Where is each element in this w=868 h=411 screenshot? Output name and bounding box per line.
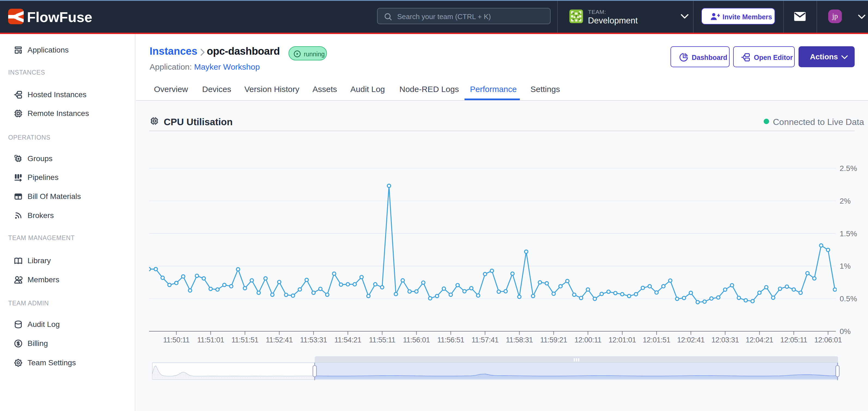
svg-text:12:00:11: 12:00:11 bbox=[575, 336, 601, 344]
svg-text:11:56:51: 11:56:51 bbox=[437, 336, 464, 344]
svg-text:11:59:21: 11:59:21 bbox=[540, 336, 567, 344]
svg-text:12:03:31: 12:03:31 bbox=[711, 336, 739, 344]
svg-text:11:54:21: 11:54:21 bbox=[334, 336, 361, 344]
svg-text:12:05:11: 12:05:11 bbox=[780, 336, 807, 344]
svg-text:12:04:21: 12:04:21 bbox=[746, 336, 773, 344]
svg-text:12:01:01: 12:01:01 bbox=[608, 336, 636, 344]
svg-text:12:02:41: 12:02:41 bbox=[677, 336, 705, 344]
svg-text:11:50:11: 11:50:11 bbox=[163, 336, 190, 344]
svg-text:2.5%: 2.5% bbox=[840, 164, 857, 173]
svg-text:12:06:01: 12:06:01 bbox=[814, 336, 842, 344]
svg-text:11:53:31: 11:53:31 bbox=[300, 336, 327, 344]
svg-text:12:01:51: 12:01:51 bbox=[643, 336, 670, 344]
svg-text:1.5%: 1.5% bbox=[840, 230, 857, 238]
svg-text:11:56:01: 11:56:01 bbox=[403, 336, 430, 344]
svg-text:1%: 1% bbox=[840, 262, 850, 270]
svg-text:11:57:41: 11:57:41 bbox=[472, 336, 499, 344]
svg-text:11:51:51: 11:51:51 bbox=[231, 336, 258, 344]
svg-text:0.5%: 0.5% bbox=[840, 295, 857, 303]
svg-text:11:58:31: 11:58:31 bbox=[506, 336, 533, 344]
svg-text:11:52:41: 11:52:41 bbox=[266, 336, 292, 344]
svg-text:2%: 2% bbox=[840, 197, 850, 205]
svg-text:11:51:01: 11:51:01 bbox=[197, 336, 224, 344]
svg-text:11:55:11: 11:55:11 bbox=[369, 336, 395, 344]
svg-text:0%: 0% bbox=[840, 327, 850, 336]
